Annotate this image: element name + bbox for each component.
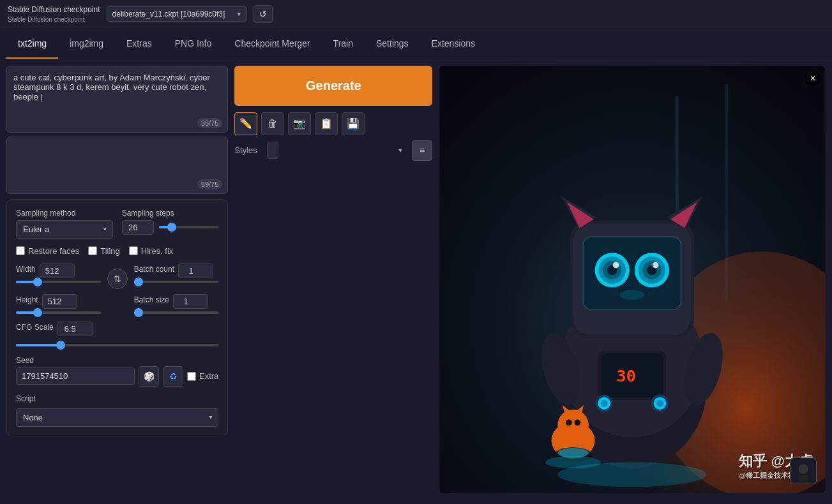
batch-count-input[interactable] <box>178 263 213 278</box>
svg-point-34 <box>601 399 609 407</box>
batch-count-col: Batch count <box>134 263 219 283</box>
swap-dimensions-button[interactable]: ⇅ <box>107 269 128 289</box>
sampling-steps-input[interactable] <box>122 220 154 235</box>
height-input-row: Height <box>16 294 101 309</box>
batch-count-input-row: Batch count <box>134 263 219 278</box>
sampling-steps-col: Sampling steps <box>122 209 219 235</box>
checkpoint-info: Stable Diffusion checkpoint Stable Diffu… <box>8 5 100 24</box>
height-label: Height <box>16 295 38 304</box>
checkboxes-row: Restore faces Tiling Hires. fix <box>16 246 218 256</box>
svg-point-49 <box>545 456 601 468</box>
negative-prompt-input[interactable] <box>7 137 227 191</box>
width-input[interactable] <box>40 263 75 278</box>
sampling-method-select[interactable]: Euler a Euler LMS DDIM <box>16 220 113 239</box>
svg-rect-52 <box>798 475 808 481</box>
tiling-input[interactable] <box>88 246 97 255</box>
trash-button[interactable]: 🗑 <box>261 112 284 135</box>
generate-button[interactable]: Generate <box>234 66 432 106</box>
cfg-scale-label: CFG Scale <box>16 323 54 332</box>
svg-point-22 <box>613 262 619 268</box>
restore-faces-checkbox[interactable]: Restore faces <box>16 246 79 256</box>
randomize-seed-button[interactable]: 🎲 <box>139 366 159 387</box>
batch-count-slider[interactable] <box>134 281 219 283</box>
seed-label: Seed <box>16 356 218 365</box>
script-label: Script <box>16 394 218 403</box>
cfg-scale-slider[interactable] <box>16 344 218 346</box>
sampling-method-select-wrapper[interactable]: Euler a Euler LMS DDIM <box>16 220 113 239</box>
script-select[interactable]: None <box>16 408 218 427</box>
left-controls: 36/75 59/75 Sampling method <box>6 66 228 493</box>
svg-point-51 <box>798 464 808 473</box>
restore-faces-label: Restore faces <box>28 246 79 256</box>
hires-fix-checkbox[interactable]: Hires. fix <box>129 246 174 256</box>
batch-size-slider[interactable] <box>134 311 219 314</box>
seed-input[interactable] <box>16 367 135 385</box>
left-panel: 36/75 59/75 Sampling method <box>6 66 432 493</box>
svg-point-37 <box>656 399 664 407</box>
cfg-scale-input[interactable] <box>57 322 93 336</box>
sampling-steps-slider[interactable] <box>159 226 219 228</box>
seed-section: Seed 🎲 ♻ Extra <box>16 356 218 387</box>
width-label: Width <box>16 265 36 274</box>
styles-action-button[interactable]: ≡ <box>412 140 432 161</box>
checkpoint-select-wrapper[interactable]: deliberate_v11.ckpt [10a699c0f3] <box>107 6 247 22</box>
batch-size-col: Batch size <box>134 294 219 314</box>
settings-panel: Sampling method Euler a Euler LMS DDIM <box>6 199 228 436</box>
height-slider[interactable] <box>16 311 101 314</box>
tab-png-info[interactable]: PNG Info <box>163 29 223 59</box>
tab-img2img[interactable]: img2img <box>58 29 115 59</box>
sampling-steps-row <box>122 220 219 235</box>
batch-size-input[interactable] <box>173 294 208 309</box>
height-input[interactable] <box>42 294 77 309</box>
top-bar: Stable Diffusion checkpoint Stable Diffu… <box>0 0 832 29</box>
checkpoint-select[interactable]: deliberate_v11.ckpt [10a699c0f3] <box>107 6 247 22</box>
positive-prompt-area: 36/75 <box>6 66 228 133</box>
tab-extras[interactable]: Extras <box>115 29 163 59</box>
script-section: Script None <box>16 394 218 427</box>
svg-point-27 <box>653 262 659 268</box>
sampling-steps-label: Sampling steps <box>122 209 219 218</box>
tiling-label: Tiling <box>100 246 120 256</box>
restore-faces-input[interactable] <box>16 246 25 255</box>
close-image-button[interactable]: ✕ <box>805 71 821 86</box>
batch-size-input-row: Batch size <box>134 294 219 309</box>
width-slider[interactable] <box>16 281 101 283</box>
camera-button[interactable]: 📷 <box>288 112 311 135</box>
width-col: Width <box>16 263 101 283</box>
svg-point-44 <box>566 419 572 426</box>
prompts-section: 36/75 59/75 <box>6 66 228 194</box>
recycle-seed-button[interactable]: ♻ <box>163 366 183 387</box>
positive-prompt-input[interactable] <box>7 66 227 130</box>
cfg-scale-section: CFG Scale <box>16 322 218 348</box>
image-thumbnail[interactable] <box>790 457 817 484</box>
svg-point-41 <box>558 410 589 441</box>
refresh-button[interactable]: ↺ <box>253 5 273 23</box>
hires-fix-input[interactable] <box>129 246 138 255</box>
action-icon-row: ✏️ 🗑 📷 📋 💾 <box>234 112 432 135</box>
image-panel: 30 <box>439 66 826 493</box>
tab-settings[interactable]: Settings <box>365 29 420 59</box>
styles-row: Styles ≡ <box>234 140 432 161</box>
width-input-row: Width <box>16 263 101 278</box>
extra-checkbox[interactable]: Extra <box>187 371 218 381</box>
styles-select[interactable] <box>267 142 278 159</box>
batch-size-label: Batch size <box>134 295 169 304</box>
seed-row: 🎲 ♻ Extra <box>16 366 218 387</box>
extra-input[interactable] <box>187 372 196 381</box>
extra-label: Extra <box>199 371 218 381</box>
positive-token-count: 36/75 <box>197 118 223 128</box>
svg-point-28 <box>620 290 645 300</box>
tab-checkpoint-merger[interactable]: Checkpoint Merger <box>223 29 321 59</box>
tiling-checkbox[interactable]: Tiling <box>88 246 120 256</box>
generated-image: 30 <box>439 66 826 493</box>
pencil-button[interactable]: ✏️ <box>234 112 257 135</box>
main-content: 36/75 59/75 Sampling method <box>0 59 832 500</box>
tab-txt2img[interactable]: txt2img <box>6 29 58 59</box>
tab-train[interactable]: Train <box>322 29 365 59</box>
checkpoint-sub: Stable Diffusion checkpoint <box>8 15 100 24</box>
clipboard-button[interactable]: 📋 <box>315 112 338 135</box>
save-button[interactable]: 💾 <box>342 112 365 135</box>
height-col: Height <box>16 294 101 314</box>
negative-prompt-area: 59/75 <box>6 137 228 194</box>
tab-extensions[interactable]: Extensions <box>420 29 487 59</box>
